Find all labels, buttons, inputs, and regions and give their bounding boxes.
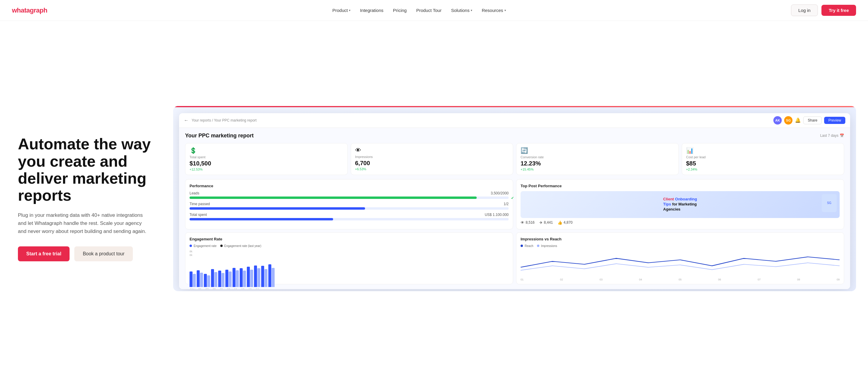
perf-bar-bg: ✔ (190, 197, 508, 199)
bar-current (261, 266, 264, 287)
metric-change: +12.53% (190, 168, 343, 171)
legend-dot-impressions (537, 244, 539, 247)
hero-buttons: Start a free trial Book a product tour (18, 247, 161, 261)
metric-label: Total spent (190, 155, 343, 159)
back-arrow-icon[interactable]: ← (184, 118, 189, 123)
perf-bar (190, 218, 333, 221)
chart-xlabel: 09 (218, 288, 224, 289)
chart-xlabels: May 05060708091011121314 (190, 288, 508, 289)
preview-button[interactable]: Preview (824, 117, 845, 124)
nav-pricing[interactable]: Pricing (393, 8, 407, 13)
eye-icon: 👁 (521, 221, 524, 225)
bar-prev (250, 270, 253, 287)
login-button[interactable]: Log in (791, 4, 818, 16)
eye-icon: 👁 (355, 147, 509, 154)
bar-group (204, 274, 210, 287)
stat-value: 4,870 (563, 221, 572, 225)
post-image-text: Client OnboardingTips for MarketingAgenc… (661, 195, 700, 214)
bell-icon[interactable]: 🔔 (795, 117, 801, 123)
chart-icon: 📊 (686, 147, 840, 154)
nav-links: Product ▾ Integrations Pricing Product T… (332, 8, 506, 13)
performance-title: Performance (190, 184, 508, 188)
top-post-title: Top Post Performance (521, 184, 840, 188)
post-stats: 👁 8,516 ✈ 8,441 👍 4,870 (521, 221, 840, 225)
legend-reach: Reach (521, 244, 533, 248)
metric-change: +15.45% (521, 168, 674, 171)
bar-group (225, 270, 231, 287)
legend-dot-blue (190, 244, 192, 247)
nav-integrations[interactable]: Integrations (360, 8, 383, 13)
bar-group (254, 265, 260, 287)
bar-current (268, 264, 271, 287)
bar-current (211, 269, 214, 287)
dashboard-preview: ← Your reports / Your PPC marketing repo… (173, 106, 856, 291)
dashboard-main-grid: Performance Leads 3,500/2000 ✔ (185, 179, 844, 284)
bar-group (211, 269, 217, 287)
bar-prev (265, 269, 268, 287)
nav-actions: Log in Try it free (791, 4, 856, 16)
bar-prev (193, 274, 196, 287)
bar-group (268, 264, 275, 287)
dollar-icon: 💲 (190, 147, 343, 154)
breadcrumb: Your reports / Your PPC marketing report (192, 118, 257, 122)
chart-xlabel: 11 (232, 288, 239, 289)
perf-value: 3,500/2000 (491, 191, 508, 195)
perf-value: US$ 1.100.000 (485, 213, 508, 217)
share-button[interactable]: Share (803, 116, 822, 124)
logo: whatagraph (12, 6, 47, 15)
reach-line (521, 257, 840, 267)
performance-row-leads: Leads 3,500/2000 ✔ (190, 191, 508, 199)
check-icon: ✔ (511, 196, 514, 200)
dashboard-title: Your PPC marketing report (185, 133, 254, 139)
perf-bar-bg (190, 218, 508, 221)
nav-product[interactable]: Product ▾ (332, 8, 350, 13)
bar-current (204, 274, 207, 287)
bar-group (218, 270, 224, 287)
avatar-2: SG (784, 116, 793, 124)
bar-prev (257, 268, 260, 287)
dashboard-content: Your PPC marketing report Last 7 days 📅 … (179, 128, 850, 289)
book-tour-button[interactable]: Book a product tour (74, 247, 133, 261)
metric-cards: 💲 Total spent $10,500 +12.53% 👁 Impressi… (185, 143, 844, 175)
chart-xlabel: 12 (240, 288, 246, 289)
bar-group (261, 266, 268, 287)
bar-chart-area: 8k 6k May 05060708091011121314 (190, 250, 508, 280)
start-trial-button[interactable]: Start a free trial (18, 247, 69, 261)
chart-xlabel: 10 (225, 288, 231, 289)
dashboard-topbar-left: ← Your reports / Your PPC marketing repo… (184, 118, 257, 123)
metric-label: Conversion rate (521, 155, 674, 159)
post-author-avatar: SG (822, 194, 837, 212)
hero-section: Automate the way you create and deliver … (0, 21, 868, 376)
bar-group (247, 267, 253, 287)
nav-resources[interactable]: Resources ▾ (482, 8, 506, 13)
metric-label: Cost per lead (686, 155, 840, 159)
hero-copy: Automate the way you create and deliver … (18, 136, 161, 261)
perf-value: 1/2 (503, 202, 508, 206)
performance-row-spent: Total spent US$ 1.100.000 (190, 213, 508, 221)
bar-chart (190, 260, 508, 287)
line-chart-svg (521, 249, 840, 276)
dashboard-title-row: Your PPC marketing report Last 7 days 📅 (185, 133, 844, 139)
bar-current (240, 268, 243, 287)
avatar-1: AK (773, 116, 782, 124)
refresh-icon: 🔄 (521, 147, 674, 154)
perf-label: Total spent (190, 213, 207, 217)
nav-solutions[interactable]: Solutions ▾ (451, 8, 472, 13)
hero-description: Plug in your marketing data with 40+ nat… (18, 211, 149, 236)
engagement-title: Engagement Rate (190, 237, 508, 241)
legend-item-1: Engagement rate (190, 244, 217, 248)
metric-label: Impressions (355, 155, 509, 158)
nav-product-tour[interactable]: Product Tour (416, 8, 441, 13)
legend-item-2: Engagement rate (last year) (220, 244, 261, 248)
metric-impressions: 👁 Impressions 6,700 +6.53% (351, 143, 514, 175)
impressions-panel: Impressions vs Reach Reach Impressions (516, 232, 844, 284)
red-accent-bar (173, 106, 856, 107)
performance-panel: Performance Leads 3,500/2000 ✔ (185, 179, 513, 229)
chart-xlabel: 14 (254, 288, 260, 289)
perf-label: Time passed (190, 202, 210, 206)
bar-current (232, 268, 236, 287)
try-button[interactable]: Try it free (822, 5, 856, 16)
chevron-down-icon: ▾ (504, 9, 506, 12)
chart-xlabel: 06 (197, 288, 203, 289)
bar-prev (236, 270, 239, 287)
